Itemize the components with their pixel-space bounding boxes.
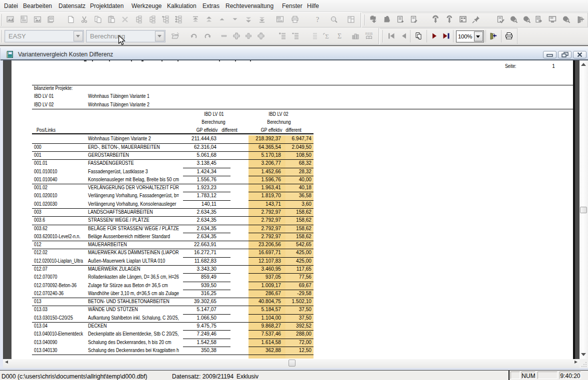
svg-text:Σ: Σ: [338, 32, 342, 40]
svg-text:Σ: Σ: [325, 32, 329, 40]
svg-text:?: ?: [316, 16, 319, 23]
svg-text:REB: REB: [366, 32, 373, 35]
